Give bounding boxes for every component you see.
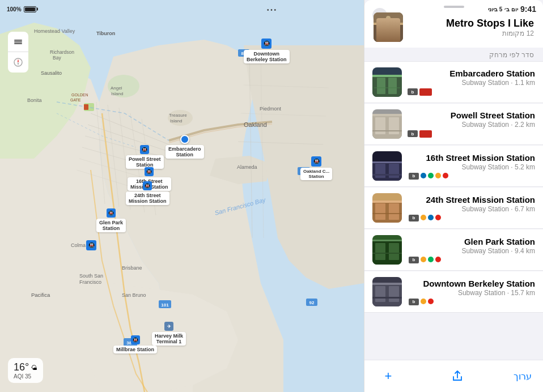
map-pin-embarcadero[interactable]: EmbarcaderoStation (166, 135, 204, 159)
map-pin-millbrae[interactable]: 🚇 Millbrae Station (113, 335, 157, 353)
svg-rect-70 (374, 87, 400, 88)
weather-temp: 16° (14, 361, 29, 373)
svg-rect-82 (372, 174, 402, 176)
svg-text:Bonita: Bonita (27, 97, 42, 103)
station-info-24th: 24th Street Mission Station Subway Stati… (408, 195, 535, 221)
add-button[interactable]: + (376, 366, 401, 386)
weather-icon: 🌤 (31, 364, 37, 371)
map-container[interactable]: 580 101 80 380 92 Homestead Valley Tibur… (0, 0, 364, 392)
station-info-embarcadero: Embarcadero Station Subway Station · 1.1… (408, 69, 535, 96)
svg-rect-85 (375, 203, 385, 220)
sidebar-subtitle: 12 מקומות (409, 29, 534, 37)
svg-text:Brisbane: Brisbane (122, 265, 142, 271)
map-controls (8, 32, 28, 73)
svg-text:92: 92 (309, 300, 315, 305)
station-item-24th[interactable]: 24th Street Mission Station Subway Stati… (364, 188, 543, 229)
map-pin-powell[interactable]: 🚇 Powell StreetStation (126, 145, 164, 169)
svg-rect-100 (372, 297, 402, 299)
edit-button[interactable]: ערוך (514, 371, 532, 382)
header-content: Metro Stops I Like 12 מקומות (374, 12, 534, 42)
station-item-glen[interactable]: Glen Park Station Subway Station · 9.4 k… (364, 229, 543, 271)
station-thumb-glen (372, 235, 402, 265)
svg-text:Treasure: Treasure (169, 113, 187, 118)
map-pin-glen[interactable]: 🚇 Glen ParkStation (96, 208, 126, 232)
stations-list[interactable]: Embarcadero Station Subway Station · 1.1… (364, 61, 543, 360)
station-thumb-berkeley (372, 277, 402, 306)
svg-text:Piedmont: Piedmont (260, 106, 282, 112)
svg-text:Bay: Bay (53, 55, 61, 61)
svg-text:Angel: Angel (111, 86, 122, 91)
sidebar-header: × Metro Stops I Like (364, 0, 543, 48)
station-thumb-16th (372, 151, 402, 181)
svg-marker-58 (18, 62, 19, 66)
station-item-downtown-berkeley[interactable]: Downtown Berkeley Station Subway Station… (364, 271, 543, 313)
station-info-berkeley: Downtown Berkeley Station Subway Station… (408, 279, 535, 305)
svg-text:Homestead Valley: Homestead Valley (34, 28, 75, 34)
station-thumb-embarcadero (372, 67, 402, 97)
svg-text:Oakland: Oakland (244, 121, 267, 128)
station-item-16th[interactable]: 16th Street Mission Station Subway Stati… (364, 146, 543, 187)
share-button[interactable] (445, 366, 470, 386)
map-pin-oakland[interactable]: 🚇 Oakland C...Station (300, 156, 332, 180)
sidebar-title: Metro Stops I Like (409, 18, 534, 29)
svg-rect-61 (376, 25, 387, 39)
svg-text:South San: South San (79, 273, 103, 279)
svg-text:Sausalito: Sausalito (41, 70, 62, 76)
station-thumb-powell (372, 109, 402, 139)
svg-rect-73 (375, 117, 385, 134)
svg-rect-67 (377, 78, 385, 94)
svg-rect-75 (372, 114, 402, 116)
svg-rect-53 (14, 40, 22, 41)
svg-rect-87 (372, 201, 402, 203)
svg-rect-50 (84, 104, 88, 110)
svg-rect-68 (388, 78, 397, 94)
map-layers-button[interactable] (8, 32, 28, 52)
map-pin-colma[interactable]: 🚇 (86, 240, 96, 250)
station-info-glen: Glen Park Station Subway Station · 9.4 k… (408, 237, 535, 263)
svg-rect-92 (389, 243, 399, 260)
sidebar-panel: × Metro Stops I Like (364, 0, 543, 392)
svg-rect-98 (389, 286, 399, 302)
svg-text:San Bruno: San Bruno (122, 292, 146, 298)
svg-rect-80 (389, 164, 399, 178)
station-item-embarcadero[interactable]: Embarcadero Station Subway Station · 1.1… (364, 61, 543, 103)
drag-handle (444, 6, 464, 8)
svg-rect-81 (372, 161, 402, 163)
svg-rect-62 (390, 25, 400, 39)
svg-rect-55 (14, 43, 22, 44)
svg-text:Island: Island (170, 118, 182, 123)
sort-label: סדר לפי מרחק (364, 48, 543, 61)
sidebar-footer: + ערוך (364, 360, 543, 392)
station-info-powell: Powell Street Station Subway Station · 2… (408, 110, 535, 138)
svg-rect-63 (374, 23, 403, 25)
header-text: Metro Stops I Like 12 מקומות (409, 18, 534, 37)
svg-text:Island: Island (111, 91, 123, 96)
station-item-powell[interactable]: Powell Street Station Subway Station · 2… (364, 104, 543, 145)
svg-rect-66 (372, 76, 402, 97)
weather-aqi: AQI 35 (14, 373, 37, 380)
svg-text:GOLDEN: GOLDEN (71, 93, 88, 97)
svg-rect-97 (375, 286, 385, 302)
svg-text:Richardson: Richardson (50, 49, 74, 55)
svg-rect-86 (389, 203, 399, 220)
svg-text:Pacifica: Pacifica (31, 292, 50, 298)
svg-text:GATE: GATE (70, 98, 81, 102)
map-pin-24th[interactable]: 🚇 24th StreetMission Station (126, 181, 169, 205)
svg-rect-60 (374, 24, 403, 42)
header-thumbnail (374, 12, 403, 42)
svg-point-64 (386, 16, 391, 20)
svg-marker-57 (18, 59, 19, 62)
svg-rect-69 (372, 75, 402, 77)
compass-button[interactable] (8, 52, 28, 73)
svg-rect-99 (372, 283, 402, 285)
svg-rect-74 (389, 117, 399, 134)
svg-text:Colma: Colma (71, 242, 86, 248)
svg-rect-93 (372, 240, 402, 241)
station-thumb-24th (372, 193, 402, 223)
svg-text:Tiburon: Tiburon (96, 31, 115, 36)
svg-rect-54 (14, 41, 22, 42)
map-pin-berkeley[interactable]: 🚇 DowntownBerkeley Station (244, 39, 290, 63)
svg-rect-79 (375, 164, 385, 178)
svg-rect-91 (375, 243, 385, 260)
svg-text:Francisco: Francisco (79, 279, 101, 285)
